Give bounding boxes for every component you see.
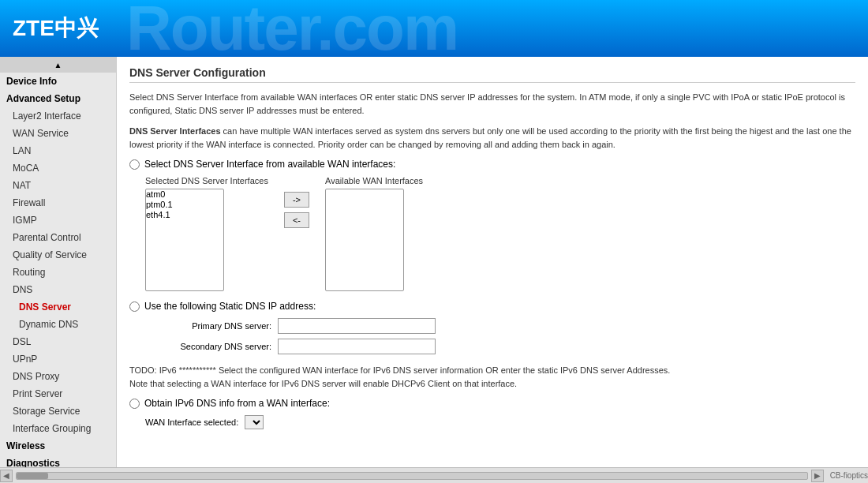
watermark: Router.com bbox=[126, 0, 458, 57]
radio-section-ipv6: Obtain IPv6 DNS info from a WAN interfac… bbox=[129, 398, 855, 429]
content-area: DNS Server Configuration Select DNS Serv… bbox=[117, 57, 868, 467]
arrow-buttons: -> <- bbox=[284, 192, 309, 228]
selected-option-ptm01[interactable]: ptm0.1 bbox=[146, 200, 223, 210]
sidebar-item-storage-service[interactable]: Storage Service bbox=[0, 402, 116, 420]
sidebar-item-upnp[interactable]: UPnP bbox=[0, 350, 116, 368]
sidebar-item-lan[interactable]: LAN bbox=[0, 142, 116, 159]
selected-dns-label: Selected DNS Server Interfaces bbox=[145, 176, 268, 185]
radio2-label[interactable]: Use the following Static DNS IP address: bbox=[129, 301, 855, 312]
selected-option-eth41[interactable]: eth4.1 bbox=[146, 210, 223, 220]
radio1-label[interactable]: Select DNS Server Interface from availab… bbox=[129, 159, 855, 170]
sidebar-item-parental-control[interactable]: Parental Control bbox=[0, 229, 116, 246]
todo-text-1: TODO: IPv6 *********** Select the config… bbox=[129, 364, 855, 377]
secondary-dns-row: Secondary DNS server: bbox=[145, 339, 855, 354]
available-wan-listbox[interactable] bbox=[325, 189, 404, 291]
sidebar-item-wan-service[interactable]: WAN Service bbox=[0, 125, 116, 142]
sidebar-item-dsl[interactable]: DSL bbox=[0, 333, 116, 350]
page-title: DNS Server Configuration bbox=[129, 66, 855, 83]
logo: ZTE中兴 bbox=[13, 13, 99, 43]
header: ZTE中兴 Router.com bbox=[0, 0, 868, 57]
info-text-2-rest: can have multiple WAN interfaces served … bbox=[129, 126, 851, 149]
static-dns-area: Primary DNS server: Secondary DNS server… bbox=[145, 318, 855, 354]
primary-dns-row: Primary DNS server: bbox=[145, 318, 855, 334]
info-text-2: DNS Server Interfaces can have multiple … bbox=[129, 125, 855, 151]
todo-text: TODO: IPv6 *********** Select the config… bbox=[129, 364, 855, 390]
scroll-left-button[interactable]: ◀ bbox=[0, 470, 13, 482]
sidebar-item-layer2-interface[interactable]: Layer2 Interface bbox=[0, 107, 116, 125]
sidebar-item-dns[interactable]: DNS bbox=[0, 281, 116, 298]
secondary-dns-label: Secondary DNS server: bbox=[145, 342, 271, 351]
radio1-input[interactable] bbox=[129, 159, 140, 170]
scrollbar-track bbox=[16, 472, 808, 480]
sidebar-item-dynamic-dns[interactable]: Dynamic DNS bbox=[0, 316, 116, 333]
sidebar-item-igmp[interactable]: IGMP bbox=[0, 212, 116, 229]
scrollbar-thumb bbox=[17, 473, 48, 479]
selected-dns-group: Selected DNS Server Interfaces atm0 ptm0… bbox=[145, 176, 268, 291]
sidebar-item-dns-server[interactable]: DNS Server bbox=[0, 298, 116, 316]
sidebar-item-qos[interactable]: Quality of Service bbox=[0, 246, 116, 264]
selected-option-atm0[interactable]: atm0 bbox=[146, 189, 223, 200]
radio-section-wan: Select DNS Server Interface from availab… bbox=[129, 159, 855, 291]
secondary-dns-input[interactable] bbox=[278, 339, 436, 354]
primary-dns-label: Primary DNS server: bbox=[145, 321, 271, 331]
radio2-input[interactable] bbox=[129, 301, 140, 312]
selected-dns-listbox[interactable]: atm0 ptm0.1 eth4.1 bbox=[145, 189, 224, 291]
sidebar: ▲ Device Info Advanced Setup Layer2 Inte… bbox=[0, 57, 117, 467]
radio-section-static: Use the following Static DNS IP address:… bbox=[129, 301, 855, 354]
available-wan-label: Available WAN Interfaces bbox=[325, 176, 423, 185]
sidebar-item-device-info[interactable]: Device Info bbox=[0, 73, 116, 90]
radio1-text: Select DNS Server Interface from availab… bbox=[144, 159, 395, 170]
sidebar-item-routing[interactable]: Routing bbox=[0, 264, 116, 281]
sidebar-scroll-up[interactable]: ▲ bbox=[0, 57, 116, 73]
radio2-text: Use the following Static DNS IP address: bbox=[144, 301, 316, 312]
sidebar-item-firewall[interactable]: Firewall bbox=[0, 194, 116, 212]
move-left-button[interactable]: <- bbox=[284, 212, 309, 228]
sidebar-item-print-server[interactable]: Print Server bbox=[0, 385, 116, 402]
radio3-label[interactable]: Obtain IPv6 DNS info from a WAN interfac… bbox=[129, 398, 855, 409]
todo-text-2: Note that selecting a WAN interface for … bbox=[129, 377, 855, 391]
bottom-label: CB-fioptics bbox=[830, 471, 868, 480]
sidebar-item-moca[interactable]: MoCA bbox=[0, 159, 116, 177]
wan-interface-row: WAN Interface selected: bbox=[145, 415, 855, 429]
sidebar-item-interface-grouping[interactable]: Interface Grouping bbox=[0, 420, 116, 437]
scroll-right-button[interactable]: ▶ bbox=[811, 470, 824, 482]
radio3-text: Obtain IPv6 DNS info from a WAN interfac… bbox=[144, 398, 330, 409]
info-text-1: Select DNS Server Interface from availab… bbox=[129, 91, 855, 117]
available-wan-group: Available WAN Interfaces bbox=[325, 176, 423, 291]
sidebar-item-dns-proxy[interactable]: DNS Proxy bbox=[0, 368, 116, 385]
wan-interface-select[interactable] bbox=[245, 415, 264, 429]
info-text-2-bold: DNS Server Interfaces bbox=[129, 126, 221, 136]
radio3-input[interactable] bbox=[129, 399, 140, 409]
sidebar-item-diagnostics[interactable]: Diagnostics bbox=[0, 455, 116, 467]
primary-dns-input[interactable] bbox=[278, 318, 436, 334]
main-layout: ▲ Device Info Advanced Setup Layer2 Inte… bbox=[0, 57, 868, 467]
move-right-button[interactable]: -> bbox=[284, 192, 309, 208]
wan-interface-label: WAN Interface selected: bbox=[145, 417, 238, 427]
bottom-bar: ◀ ▶ CB-fioptics bbox=[0, 467, 868, 483]
sidebar-item-advanced-setup[interactable]: Advanced Setup bbox=[0, 90, 116, 107]
dns-interface-area: Selected DNS Server Interfaces atm0 ptm0… bbox=[145, 176, 855, 291]
sidebar-item-nat[interactable]: NAT bbox=[0, 177, 116, 194]
sidebar-item-wireless[interactable]: Wireless bbox=[0, 437, 116, 455]
